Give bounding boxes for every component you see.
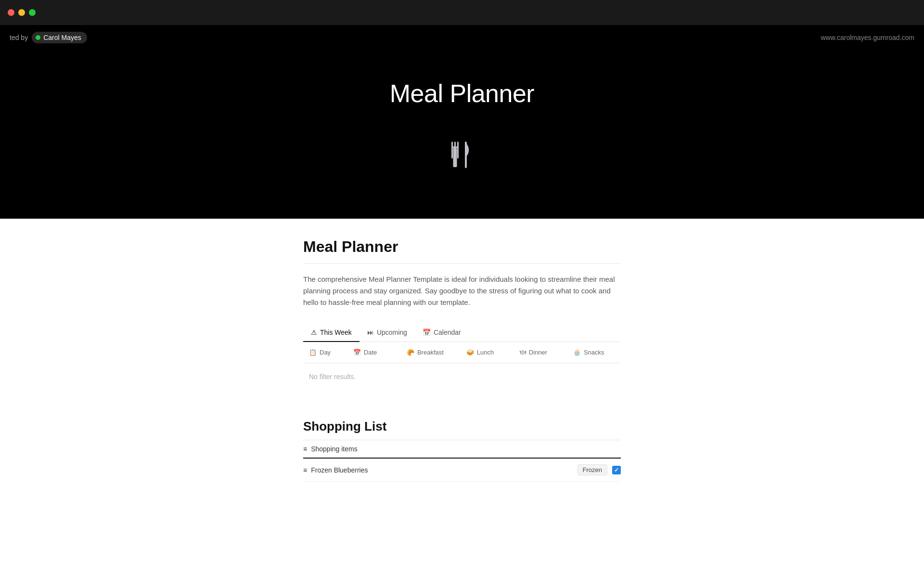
- utensils-icon: [448, 142, 476, 180]
- top-header: ted by Carol Mayes www.carolmayes.gumroa…: [0, 25, 924, 50]
- shopping-section-title: Shopping List: [303, 419, 621, 434]
- titlebar: [0, 0, 924, 25]
- tab-this-week[interactable]: ⚠ This Week: [303, 324, 359, 342]
- traffic-lights: [8, 9, 36, 16]
- svg-rect-4: [453, 148, 457, 167]
- close-button[interactable]: [8, 9, 14, 16]
- upcoming-icon: ⏭: [367, 328, 374, 336]
- col-header-day[interactable]: 📋 Day: [303, 346, 347, 359]
- shopping-header-label: Shopping items: [311, 445, 358, 453]
- utensil-container: [448, 142, 476, 180]
- tab-upcoming[interactable]: ⏭ Upcoming: [359, 324, 415, 342]
- shopping-row-right: Frozen ✓: [578, 464, 621, 475]
- this-week-icon: ⚠: [311, 328, 317, 336]
- dinner-col-icon: 🍽: [520, 349, 526, 356]
- col-header-snacks[interactable]: 🧁 Snacks: [567, 346, 621, 359]
- created-by-label: ted by: [10, 34, 28, 41]
- col-header-breakfast[interactable]: 🥐 Breakfast: [401, 346, 461, 359]
- tabs-container: ⚠ This Week ⏭ Upcoming 📅 Calendar: [303, 324, 621, 342]
- checkmark-icon: ✓: [614, 467, 619, 473]
- shopping-row: ≡ Frozen Blueberries Frozen ✓: [303, 459, 621, 482]
- lunch-col-icon: 🥪: [466, 349, 474, 356]
- svg-rect-3: [451, 146, 459, 148]
- breakfast-col-icon: 🥐: [407, 349, 414, 356]
- page-title: Meal Planner: [303, 238, 621, 256]
- snacks-col-icon: 🧁: [573, 349, 581, 356]
- shopping-item-tag: Frozen: [578, 464, 607, 475]
- svg-rect-2: [457, 142, 459, 158]
- date-col-icon: 📅: [353, 349, 361, 356]
- user-status-dot: [36, 35, 40, 40]
- main-content: Meal Planner The comprehensive Meal Plan…: [294, 219, 630, 501]
- header-left: ted by Carol Mayes: [0, 32, 87, 43]
- tab-this-week-label: This Week: [320, 328, 352, 336]
- user-name: Carol Mayes: [43, 34, 81, 41]
- header-url: www.carolmayes.gumroad.com: [821, 34, 924, 41]
- shopping-item-name: Frozen Blueberries: [311, 466, 368, 474]
- page-description: The comprehensive Meal Planner Template …: [303, 274, 621, 308]
- date-col-label: Date: [364, 349, 377, 356]
- day-col-label: Day: [320, 349, 331, 356]
- shopping-row-left: ≡ Frozen Blueberries: [303, 466, 368, 474]
- shopping-section: Shopping List ≡ Shopping items ≡ Frozen …: [303, 419, 621, 482]
- tab-calendar-label: Calendar: [434, 328, 461, 336]
- tab-calendar[interactable]: 📅 Calendar: [415, 324, 469, 342]
- col-header-dinner[interactable]: 🍽 Dinner: [514, 346, 567, 359]
- col-header-lunch[interactable]: 🥪 Lunch: [461, 346, 514, 359]
- table-header: 📋 Day 📅 Date 🥐 Breakfast 🥪 Lunch 🍽 Dinne…: [303, 342, 621, 363]
- shopping-item-checkbox[interactable]: ✓: [612, 466, 621, 474]
- col-header-date[interactable]: 📅 Date: [347, 346, 401, 359]
- minimize-button[interactable]: [18, 9, 25, 16]
- user-badge[interactable]: Carol Mayes: [32, 32, 87, 43]
- shopping-header-icon: ≡: [303, 445, 307, 453]
- tab-upcoming-label: Upcoming: [377, 328, 407, 336]
- day-col-icon: 📋: [309, 349, 317, 356]
- hero-section: Meal Planner: [0, 50, 924, 219]
- tabs: ⚠ This Week ⏭ Upcoming 📅 Calendar: [303, 324, 621, 342]
- calendar-icon: 📅: [423, 328, 431, 336]
- shopping-header: ≡ Shopping items: [303, 440, 621, 459]
- snacks-col-label: Snacks: [584, 349, 604, 356]
- shopping-row-icon: ≡: [303, 466, 307, 474]
- lunch-col-label: Lunch: [477, 349, 494, 356]
- dinner-col-label: Dinner: [529, 349, 547, 356]
- no-results-text: No filter results.: [303, 363, 621, 390]
- breakfast-col-label: Breakfast: [417, 349, 444, 356]
- hero-title: Meal Planner: [390, 79, 534, 108]
- svg-rect-0: [451, 142, 453, 158]
- maximize-button[interactable]: [29, 9, 36, 16]
- title-divider: [303, 263, 621, 264]
